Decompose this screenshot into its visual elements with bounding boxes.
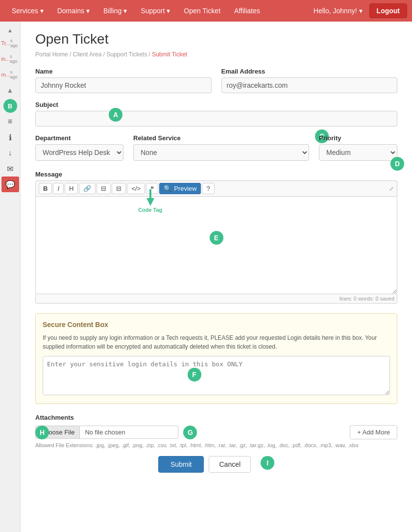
sidebar-item-m[interactable]: m...s ago [1, 67, 19, 82]
email-input[interactable] [221, 77, 398, 93]
ul-button[interactable]: ⊟ [97, 183, 111, 194]
add-more-button[interactable]: + Add More [350, 425, 397, 439]
subject-input[interactable] [35, 111, 397, 127]
email-field-group: Email Address [221, 68, 398, 93]
breadcrumb-support[interactable]: Support Tickets [106, 51, 147, 58]
related-service-field-group: Related Service None Service 1 Service 2… [133, 134, 309, 161]
sidebar-menu-icon[interactable]: ≡ [1, 114, 19, 129]
annotation-i: I [261, 456, 274, 470]
logout-button[interactable]: Logout [369, 3, 407, 18]
top-nav: Services ▾ Domains ▾ Billing ▾ Support ▾… [0, 0, 412, 22]
annotation-e: E [210, 231, 223, 245]
breadcrumb-client[interactable]: Client Area [73, 51, 102, 58]
bold-button[interactable]: B [39, 183, 52, 194]
department-select[interactable]: WordPress Help Desk General Support Bill… [35, 144, 123, 161]
name-field-group: Name [35, 68, 212, 93]
link-button[interactable]: 🔗 [79, 183, 96, 194]
nav-support[interactable]: Support ▾ [134, 0, 177, 22]
dropdown-arrow-icon: ▾ [86, 7, 90, 15]
name-input[interactable] [35, 77, 212, 93]
file-input-wrapper: Choose File No file chosen [35, 426, 178, 439]
subject-field-group: Subject [35, 101, 397, 127]
breadcrumb-portal[interactable]: Portal Home [35, 51, 68, 58]
department-field-group: Department WordPress Help Desk General S… [35, 134, 123, 161]
breadcrumb-submit: Submit Ticket [152, 51, 187, 58]
secure-content-textarea[interactable] [43, 356, 390, 395]
sidebar-chat-icon[interactable]: 💬 [1, 177, 19, 192]
attachments-label: Attachments [35, 414, 397, 421]
email-label: Email Address [221, 68, 398, 75]
secure-box-title: Secure Content Box [43, 321, 390, 329]
cancel-button[interactable]: Cancel [209, 456, 251, 473]
allowed-extensions: Allowed File Extensions: .jpg, .jpeg, .g… [35, 442, 397, 448]
sidebar-info-icon[interactable]: ℹ [1, 129, 19, 145]
dropdown-arrow-icon: ▾ [123, 7, 127, 15]
related-service-label: Related Service [133, 134, 309, 142]
secure-box-description: If you need to supply any login informat… [43, 333, 390, 351]
attachments-section: Attachments Choose File No file chosen G… [35, 414, 397, 448]
message-label: Message [35, 171, 397, 178]
dropdown-arrow-icon: ▾ [359, 7, 363, 15]
nav-affiliates[interactable]: Affiliates [227, 0, 267, 22]
subject-label: Subject [35, 101, 397, 108]
preview-button[interactable]: 🔍 Preview [159, 183, 201, 194]
department-label: Department [35, 134, 123, 142]
priority-select[interactable]: Low Medium High Urgent [319, 144, 397, 161]
message-editor[interactable]: E [35, 196, 397, 294]
priority-field-group: Priority Low Medium High Urgent D [319, 134, 397, 161]
hello-user[interactable]: Hello, Johnny! ▾ [307, 0, 369, 22]
dropdown-arrow-icon: ▾ [167, 7, 170, 15]
submit-row: Submit Cancel I [35, 456, 397, 473]
related-service-select[interactable]: None Service 1 Service 2 [133, 144, 309, 161]
heading-button[interactable]: H [65, 183, 78, 194]
choose-file-button[interactable]: Choose File [36, 426, 80, 438]
sidebar-item-tr[interactable]: Tr...s ago [1, 35, 19, 51]
breadcrumb: Portal Home / Client Area / Support Tick… [35, 51, 397, 58]
sidebar-scroll-up[interactable]: ▲ [1, 82, 19, 98]
help-button[interactable]: ? [202, 183, 214, 194]
quote-button[interactable]: ❝ [146, 183, 158, 194]
nav-open-ticket[interactable]: Open Ticket [177, 0, 227, 22]
editor-toolbar: B I H 🔗 ⊟ ⊟ </> ❝ 🔍 Preview ? ⤢ [35, 180, 397, 196]
sidebar-item-in[interactable]: in...s ago [1, 51, 19, 67]
annotation-b: B [3, 99, 17, 113]
main-content: Open Ticket Portal Home / Client Area / … [21, 22, 412, 532]
submit-button[interactable]: Submit [158, 456, 204, 473]
file-name-display: No file chosen [80, 426, 178, 438]
name-label: Name [35, 68, 212, 75]
nav-billing[interactable]: Billing ▾ [97, 0, 134, 22]
secure-content-box: Secure Content Box If you need to supply… [35, 313, 397, 404]
dropdown-arrow-icon: ▾ [40, 7, 44, 15]
priority-label: Priority [319, 134, 397, 142]
nav-domains[interactable]: Domains ▾ [50, 0, 97, 22]
code-button[interactable]: </> [127, 183, 145, 194]
nav-services[interactable]: Services ▾ [5, 0, 50, 22]
italic-button[interactable]: I [53, 183, 64, 194]
sidebar: ▲ Tr...s ago in...s ago m...s ago ▲ B ≡ … [0, 22, 21, 532]
expand-icon[interactable]: ⤢ [389, 185, 394, 192]
editor-footer: lines: 0 words: 0 saved [35, 294, 397, 304]
page-title: Open Ticket [35, 31, 397, 47]
ol-button[interactable]: ⊟ [112, 183, 126, 194]
sidebar-download-icon[interactable]: ↓ [1, 145, 19, 161]
sidebar-mail-icon[interactable]: ✉ [1, 161, 19, 177]
sidebar-up-btn[interactable]: ▲ [1, 25, 19, 35]
annotation-g: G [183, 426, 197, 439]
